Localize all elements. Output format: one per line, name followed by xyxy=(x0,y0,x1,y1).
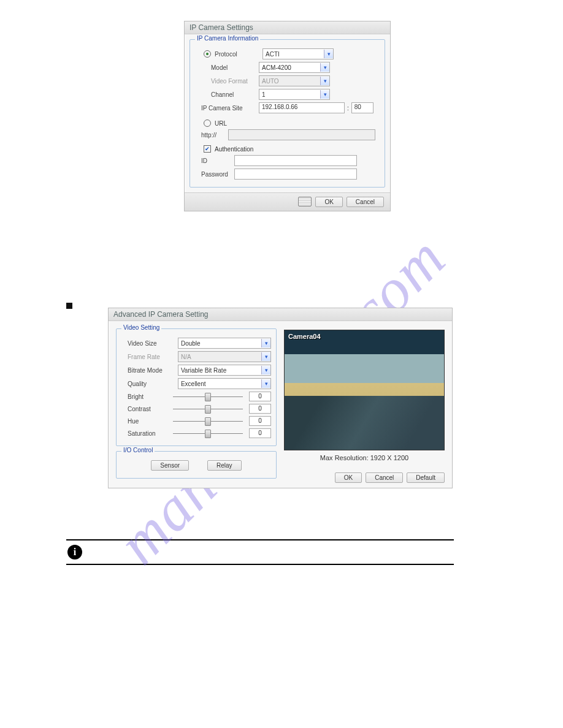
site-port-input[interactable]: 80 xyxy=(351,102,373,113)
advanced-ip-camera-dialog: Advanced IP Camera Setting Video Setting… xyxy=(108,308,453,488)
model-label: Model xyxy=(195,64,256,71)
bullet-icon xyxy=(66,303,72,309)
video-preview: Camera04 xyxy=(284,330,445,450)
protocol-select[interactable]: ACTI ▾ xyxy=(262,48,334,59)
protocol-radio[interactable] xyxy=(204,50,211,58)
model-select[interactable]: ACM-4200 ▾ xyxy=(259,62,330,73)
password-input[interactable] xyxy=(234,169,357,180)
ok-button[interactable]: OK xyxy=(335,472,362,483)
dialog-title: IP Camera Settings xyxy=(185,21,390,34)
bitrate-select[interactable]: Variable Bit Rate ▾ xyxy=(178,365,271,376)
hue-label: Hue xyxy=(121,418,170,425)
cancel-button[interactable]: Cancel xyxy=(347,197,384,207)
chevron-down-icon: ▾ xyxy=(261,339,270,347)
channel-select[interactable]: 1 ▾ xyxy=(259,89,330,100)
contrast-value: 0 xyxy=(249,404,271,414)
videoformat-label: Video Format xyxy=(195,78,256,85)
chevron-down-icon: ▾ xyxy=(320,77,329,85)
contrast-slider[interactable] xyxy=(173,404,243,414)
chevron-down-icon: ▾ xyxy=(261,366,270,374)
quality-value: Excellent xyxy=(181,381,206,387)
framerate-label: Frame Rate xyxy=(121,354,175,360)
relay-button[interactable]: Relay xyxy=(207,460,242,471)
quality-select[interactable]: Excellent ▾ xyxy=(178,378,271,389)
bright-value: 0 xyxy=(249,392,271,401)
ip-camera-info-group: IP Camera Information Protocol ACTI ▾ Mo… xyxy=(190,39,385,188)
saturation-label: Saturation xyxy=(121,430,170,437)
keyboard-icon[interactable] xyxy=(298,197,312,207)
info-icon: i xyxy=(67,545,82,559)
hue-slider[interactable] xyxy=(173,416,243,426)
chevron-down-icon: ▾ xyxy=(320,63,329,72)
framerate-value: N/A xyxy=(181,354,191,360)
io-control-group: I/O Control Sensor Relay xyxy=(116,451,277,479)
protocol-label: Protocol xyxy=(213,51,260,58)
hue-value: 0 xyxy=(249,416,271,426)
dialog-title: Advanced IP Camera Setting xyxy=(109,308,452,321)
url-radio[interactable] xyxy=(204,119,211,127)
channel-label: Channel xyxy=(195,91,256,98)
bitrate-value: Variable Bit Rate xyxy=(181,367,226,374)
dialog-button-row: OK Cancel xyxy=(185,192,390,211)
ip-camera-settings-dialog: IP Camera Settings IP Camera Information… xyxy=(184,21,391,211)
url-label: URL xyxy=(215,120,227,127)
protocol-value: ACTI xyxy=(266,51,280,58)
ok-button[interactable]: OK xyxy=(315,197,342,207)
framerate-select[interactable]: N/A ▾ xyxy=(178,351,271,362)
chevron-down-icon: ▾ xyxy=(261,379,270,388)
videoformat-value: AUTO xyxy=(262,78,279,85)
group-legend: Video Setting xyxy=(121,324,161,331)
resolution-label: Max Resolution: 1920 X 1200 xyxy=(284,454,445,461)
bright-label: Bright xyxy=(121,393,170,400)
videosize-label: Video Size xyxy=(121,340,175,347)
camera-name-label: Camera04 xyxy=(288,333,321,340)
site-ip-input[interactable]: 192.168.0.66 xyxy=(259,102,345,113)
group-legend: I/O Control xyxy=(121,447,155,453)
chevron-down-icon: ▾ xyxy=(261,352,270,361)
bitrate-label: Bitrate Mode xyxy=(121,367,175,374)
port-separator: : xyxy=(347,105,349,112)
auth-checkbox[interactable]: ✔ xyxy=(204,145,211,153)
note-section: i xyxy=(66,539,454,565)
chevron-down-icon: ▾ xyxy=(324,50,333,58)
model-value: ACM-4200 xyxy=(262,64,291,71)
videosize-value: Double xyxy=(181,340,201,347)
channel-value: 1 xyxy=(262,91,266,98)
video-setting-group: Video Setting Video Size Double ▾ Frame … xyxy=(116,328,277,446)
chevron-down-icon: ▾ xyxy=(320,90,329,99)
videosize-select[interactable]: Double ▾ xyxy=(178,338,271,349)
saturation-value: 0 xyxy=(249,428,271,438)
default-button[interactable]: Default xyxy=(407,472,445,483)
group-legend: IP Camera Information xyxy=(195,35,260,42)
videoformat-select[interactable]: AUTO ▾ xyxy=(259,75,330,86)
saturation-slider[interactable] xyxy=(173,428,243,438)
bright-slider[interactable] xyxy=(173,392,243,401)
contrast-label: Contrast xyxy=(121,406,170,412)
quality-label: Quality xyxy=(121,381,175,387)
url-prefix-label: http:// xyxy=(195,132,226,138)
auth-label: Authentication xyxy=(215,146,253,153)
cancel-button[interactable]: Cancel xyxy=(366,472,403,483)
site-label: IP Camera Site xyxy=(195,105,256,112)
id-input[interactable] xyxy=(234,155,357,166)
sensor-button[interactable]: Sensor xyxy=(151,460,189,471)
id-label: ID xyxy=(195,157,232,164)
url-input[interactable] xyxy=(228,129,375,140)
password-label: Password xyxy=(195,171,232,178)
